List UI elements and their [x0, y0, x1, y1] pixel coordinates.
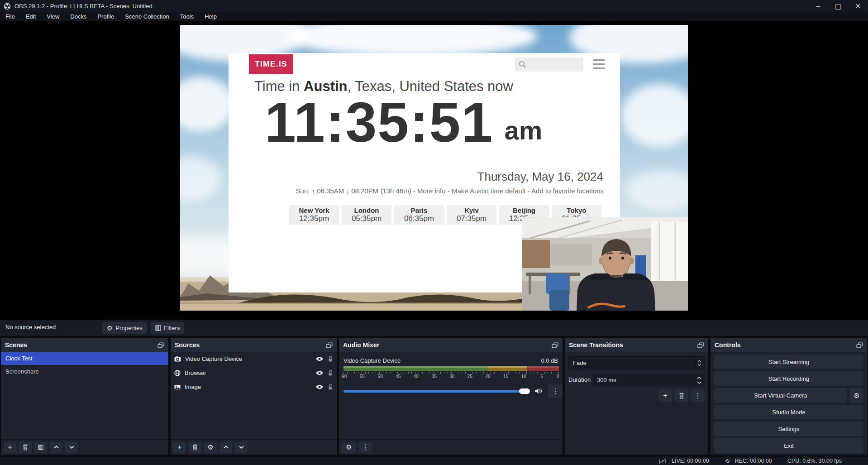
settings-button[interactable]: Settings: [714, 422, 863, 436]
start-virtual-camera-button[interactable]: Start Virtual Camera: [714, 388, 847, 403]
menu-item-file[interactable]: File: [0, 12, 20, 21]
select-chevrons[interactable]: [694, 357, 704, 369]
add-transition-button[interactable]: +: [658, 389, 672, 402]
lock-icon[interactable]: [328, 356, 333, 362]
menu-item-tools[interactable]: Tools: [175, 12, 199, 21]
controls-panel: Controls Start Streaming Start Recording…: [711, 338, 867, 455]
move-source-down-button[interactable]: [235, 442, 248, 453]
sun-info-line: Sun: ↑ 06:35AM ↓ 08:20PM (13h 46m) - Mor…: [247, 187, 604, 195]
duration-spinbox[interactable]: 300 ms: [593, 374, 705, 387]
webcam-video: [522, 217, 688, 311]
popout-icon[interactable]: [552, 342, 558, 348]
city-kyiv[interactable]: Kyiv 07:35pm: [447, 205, 496, 225]
visibility-eye-icon[interactable]: [315, 384, 324, 389]
controls-header[interactable]: Controls: [711, 338, 867, 352]
add-favorite-link[interactable]: Add to favorite locations: [531, 187, 604, 195]
lock-icon[interactable]: [328, 370, 333, 376]
mixer-options-button[interactable]: ⋮: [548, 384, 563, 398]
add-scene-button[interactable]: +: [4, 442, 16, 453]
search-input[interactable]: [515, 58, 583, 72]
make-default-link[interactable]: Make Austin time default: [452, 187, 525, 195]
popout-icon[interactable]: [856, 342, 863, 348]
transition-select[interactable]: Fade: [568, 356, 705, 369]
volume-slider-handle[interactable]: [519, 388, 530, 394]
remove-transition-button[interactable]: [675, 389, 688, 402]
title-bar: OBS 29.1.2 - Profile: LLHLS BETA - Scene…: [0, 0, 868, 12]
chevron-down-icon: [69, 446, 74, 449]
live-inactive-icon: [658, 458, 667, 464]
meter-tick-labels: -60 -55 -50 -45 -40 -35 -30 -25 -20 -15 …: [343, 374, 559, 379]
scene-item-screenshare[interactable]: Screenshare: [1, 365, 168, 378]
chevron-up-icon: [54, 446, 59, 449]
city-london[interactable]: London 05:35pm: [342, 205, 391, 225]
popout-icon[interactable]: [157, 342, 164, 348]
volume-slider[interactable]: [343, 390, 529, 393]
visibility-eye-icon[interactable]: [315, 356, 324, 361]
popout-icon[interactable]: [326, 342, 333, 348]
properties-button[interactable]: ⚙ Properties: [102, 322, 147, 334]
menu-item-edit[interactable]: Edit: [20, 12, 41, 21]
volume-slider-row: ⋮: [343, 384, 559, 398]
add-source-button[interactable]: +: [173, 442, 186, 453]
duration-label: Duration: [568, 376, 591, 383]
obs-logo-icon: [4, 3, 11, 10]
menu-item-profile[interactable]: Profile: [92, 12, 119, 21]
meter-tickmarks: [343, 372, 559, 374]
source-item-image[interactable]: Image: [171, 380, 337, 394]
scene-transitions-header[interactable]: Scene Transitions: [565, 338, 708, 352]
audio-mixer-header[interactable]: Audio Mixer: [339, 338, 563, 352]
speaker-icon[interactable]: [534, 388, 542, 396]
visibility-eye-icon[interactable]: [315, 370, 324, 375]
start-streaming-button[interactable]: Start Streaming: [714, 355, 863, 369]
source-item-video-capture[interactable]: Video Capture Device: [171, 352, 337, 366]
source-item-browser[interactable]: Browser: [171, 366, 337, 380]
remove-scene-button[interactable]: [19, 442, 32, 453]
popout-icon[interactable]: [697, 342, 704, 348]
advanced-audio-button[interactable]: ⚙: [342, 442, 356, 453]
close-button[interactable]: ✕: [848, 0, 868, 12]
cloud: [180, 156, 221, 201]
cloud: [621, 84, 688, 147]
status-bar: LIVE: 00:00:00 REC: 00:00:00 CPU: 0.6%, …: [0, 457, 868, 465]
maximize-button[interactable]: ▢: [828, 0, 848, 12]
menu-item-scene-collection[interactable]: Scene Collection: [119, 12, 175, 21]
window-controls: – ▢ ✕: [808, 0, 868, 12]
exit-button[interactable]: Exit: [714, 438, 863, 453]
cloud: [626, 170, 688, 211]
webcam-source: [522, 217, 688, 311]
scenes-panel-header[interactable]: Scenes: [1, 338, 168, 352]
studio-mode-button[interactable]: Studio Mode: [714, 405, 863, 419]
mixer-channel-name: Video Capture Device: [343, 357, 401, 364]
move-scene-up-button[interactable]: [50, 442, 62, 453]
start-recording-button[interactable]: Start Recording: [714, 371, 863, 386]
more-info-link[interactable]: More info: [417, 187, 446, 195]
hamburger-menu-icon[interactable]: [593, 59, 605, 69]
menu-item-view[interactable]: View: [41, 12, 65, 21]
menu-item-docks[interactable]: Docks: [65, 12, 92, 21]
timeis-logo-text: TIME.IS: [255, 60, 287, 69]
lock-icon[interactable]: [328, 384, 333, 390]
sources-panel-header[interactable]: Sources: [171, 338, 337, 352]
virtual-camera-settings-button[interactable]: ⚙: [850, 388, 863, 403]
menu-item-help[interactable]: Help: [199, 12, 222, 21]
spinner-chevrons[interactable]: [694, 377, 705, 384]
timeis-logo[interactable]: TIME.IS: [249, 54, 293, 74]
remove-source-button[interactable]: [189, 442, 201, 453]
mixer-menu-button[interactable]: ⋮: [359, 442, 372, 453]
transition-options-button[interactable]: ⋮: [691, 389, 705, 402]
source-properties-button[interactable]: ⚙: [204, 442, 217, 453]
move-source-up-button[interactable]: [219, 442, 232, 453]
chevron-up-icon: [224, 446, 229, 449]
scene-item-clock-test[interactable]: Clock Test: [1, 352, 168, 365]
minimize-button[interactable]: –: [808, 0, 828, 12]
trash-icon: [23, 444, 28, 451]
filters-button[interactable]: Filters: [151, 322, 184, 334]
city-newyork[interactable]: New York 12:35pm: [289, 205, 339, 225]
move-scene-down-button[interactable]: [65, 442, 78, 453]
globe-icon: [174, 370, 181, 376]
preview-stage[interactable]: TIME.IS Time in Austin, Texas, United St…: [0, 21, 868, 320]
volume-meter: [343, 366, 559, 371]
program-canvas[interactable]: TIME.IS Time in Austin, Texas, United St…: [180, 25, 688, 311]
city-paris[interactable]: Paris 06:35pm: [394, 205, 444, 225]
scene-filters-button[interactable]: [34, 442, 47, 453]
